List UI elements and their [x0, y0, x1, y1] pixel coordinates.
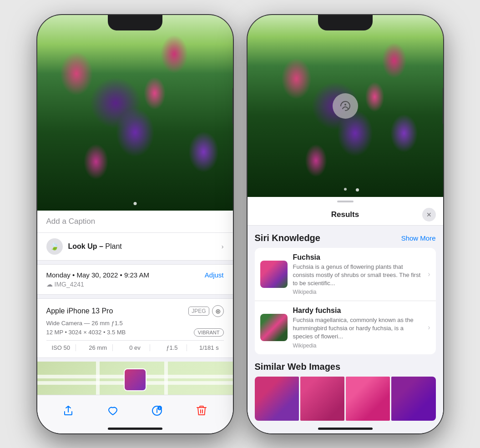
show-more-button[interactable]: Show More [401, 234, 436, 242]
map-bg [37, 362, 233, 395]
lookup-label: Look Up – Plant [68, 242, 122, 251]
hardy-fuchsia-desc: Fuchsia magellanica, commonly known as t… [293, 316, 423, 341]
close-icon: ✕ [426, 211, 432, 218]
sheet-header: Results ✕ [248, 204, 443, 226]
home-indicator-right [318, 428, 373, 430]
stat-iso: ISO 50 [46, 344, 76, 351]
similar-image-4[interactable] [391, 377, 435, 421]
share-button[interactable] [58, 401, 78, 421]
info-area-left: Add a Caption Look Up – Plant › [37, 211, 233, 433]
similar-title: Similar Web Images [255, 362, 436, 372]
lookup-icon [46, 238, 63, 255]
similar-section: Similar Web Images [255, 362, 436, 421]
hardy-fuchsia-source: Wikipedia [293, 342, 423, 349]
leaf-icon [50, 242, 59, 251]
knowledge-item-fuchsia[interactable]: Fuchsia Fuchsia is a genus of flowering … [255, 248, 436, 302]
fuchsia-thumbnail [260, 261, 288, 288]
results-sheet: Results ✕ Siri Knowledge Show More [248, 197, 443, 433]
close-button[interactable]: ✕ [422, 208, 436, 221]
heart-button[interactable] [103, 401, 123, 421]
caption-row[interactable]: Add a Caption [37, 211, 233, 233]
hardy-chevron-icon: › [428, 323, 430, 332]
style-badge: VIBRANT [194, 328, 224, 337]
photo-pagination-dot-left [133, 202, 136, 205]
siri-knowledge-header: Siri Knowledge Show More [255, 233, 436, 243]
svg-text:i: i [159, 407, 160, 410]
lookup-chevron-icon: › [222, 243, 224, 250]
sheet-title: Results [268, 210, 422, 219]
camera-section: Apple iPhone 13 Pro JPEG ◎ Wide Camera —… [37, 298, 233, 358]
hardy-fuchsia-info: Hardy fuchsia Fuchsia magellanica, commo… [293, 307, 423, 349]
lookup-row[interactable]: Look Up – Plant › [37, 233, 233, 261]
photo-pagination-dot-right [356, 188, 359, 191]
fuchsia-info: Fuchsia Fuchsia is a genus of flowering … [293, 253, 423, 296]
trash-button[interactable] [192, 401, 212, 421]
meta-section: Monday • May 30, 2022 • 9:23 AM Adjust I… [37, 264, 233, 295]
map-thumbnail-photo [124, 368, 147, 391]
cloud-icon [46, 281, 53, 288]
similar-images-grid [255, 377, 436, 421]
sheet-drag-handle[interactable] [337, 201, 354, 202]
map-section[interactable] [37, 362, 233, 395]
file-name: IMG_4241 [55, 281, 84, 288]
adjust-button[interactable]: Adjust [205, 271, 224, 279]
stat-aperture: ƒ1.5 [157, 344, 187, 351]
photo-area-left[interactable] [37, 15, 233, 211]
knowledge-item-hardy-fuchsia[interactable]: Hardy fuchsia Fuchsia magellanica, commo… [255, 301, 436, 354]
map-road-v1 [96, 362, 100, 395]
similar-image-3[interactable] [346, 377, 390, 421]
fuchsia-name: Fuchsia [293, 253, 423, 262]
left-phone-screen: Add a Caption Look Up – Plant › [37, 15, 233, 433]
home-indicator-left [108, 428, 162, 430]
flower-photo-left [37, 15, 233, 211]
siri-knowledge-title: Siri Knowledge [255, 233, 320, 243]
lens-info: Wide Camera — 26 mm ƒ1.5 [46, 320, 224, 327]
stat-ev: 0 ev [120, 344, 150, 351]
circle-icon: ◎ [216, 308, 220, 314]
visual-lookup-button[interactable] [333, 93, 358, 119]
file-name-row: IMG_4241 [46, 281, 224, 288]
stat-shutter: 1/181 s [194, 344, 223, 351]
hardy-fuchsia-name: Hardy fuchsia [293, 307, 423, 315]
date-label: Monday • May 30, 2022 • 9:23 AM [46, 271, 149, 279]
camera-stats: ISO 50 26 mm 0 ev ƒ1.5 1/181 s [46, 340, 224, 351]
similar-image-1[interactable] [255, 377, 299, 421]
settings-circle-icon[interactable]: ◎ [212, 305, 224, 317]
hardy-fuchsia-thumbnail [260, 314, 288, 341]
stat-focal: 26 mm [83, 344, 113, 351]
resolution-row: 12 MP • 3024 × 4032 • 3.5 MB VIBRANT [46, 328, 224, 337]
knowledge-card: Fuchsia Fuchsia is a genus of flowering … [255, 248, 436, 354]
resolution-info: 12 MP • 3024 × 4032 • 3.5 MB [46, 329, 126, 336]
visual-lookup-indicator [344, 188, 347, 191]
fuchsia-chevron-icon: › [428, 270, 430, 278]
format-badge: JPEG [188, 307, 209, 316]
map-road-v2 [164, 362, 168, 395]
right-phone: Results ✕ Siri Knowledge Show More [248, 15, 443, 433]
camera-badges: JPEG ◎ [188, 305, 223, 317]
similar-image-2[interactable] [300, 377, 344, 421]
caption-placeholder: Add a Caption [46, 217, 96, 226]
camera-model: Apple iPhone 13 Pro [46, 307, 113, 315]
right-phone-screen: Results ✕ Siri Knowledge Show More [248, 15, 443, 433]
photo-area-right[interactable] [248, 15, 443, 197]
left-phone: Add a Caption Look Up – Plant › [37, 15, 233, 433]
fuchsia-desc: Fuchsia is a genus of flowering plants t… [293, 263, 423, 288]
sheet-content: Siri Knowledge Show More Fuchsia Fuchsia… [248, 226, 443, 433]
fuchsia-source: Wikipedia [293, 289, 423, 295]
info-button[interactable]: i [147, 401, 167, 421]
